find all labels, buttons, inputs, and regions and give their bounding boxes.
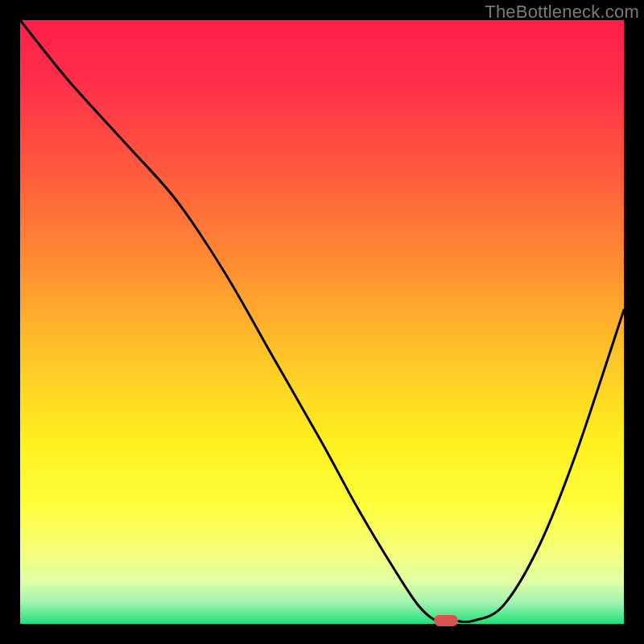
bottleneck-curve — [20, 20, 624, 622]
watermark-text: TheBottleneck.com — [485, 2, 639, 23]
optimum-marker — [434, 615, 458, 626]
curve-layer — [20, 20, 624, 624]
chart-frame — [20, 20, 624, 624]
plot-area — [20, 20, 624, 624]
